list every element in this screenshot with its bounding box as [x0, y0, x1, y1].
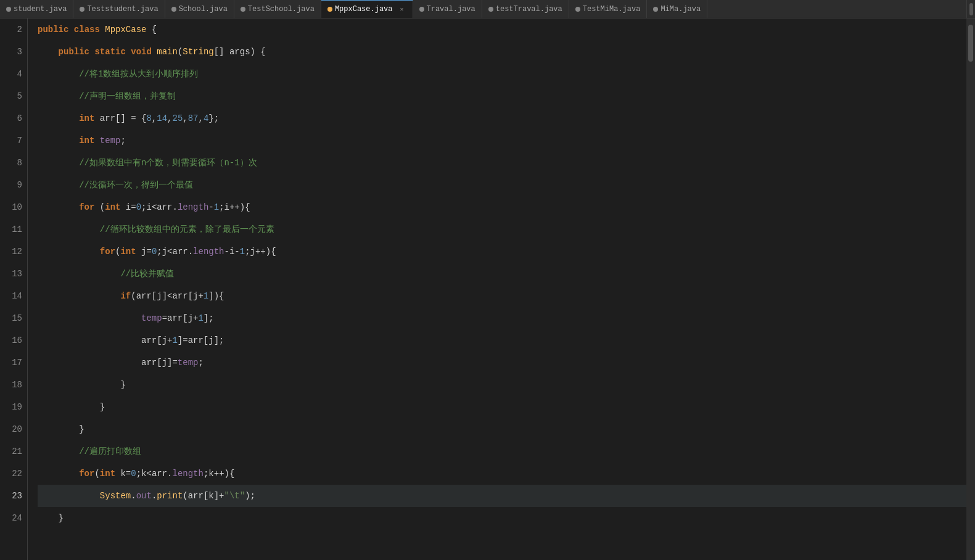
prop-length: length — [178, 202, 208, 212]
indent — [38, 491, 100, 501]
indent — [38, 247, 100, 257]
kw-int5: int — [100, 469, 115, 479]
plain — [68, 25, 73, 35]
tab-scrollbar[interactable] — [966, 0, 975, 19]
plain: ]){ — [208, 291, 224, 301]
code-line-14: if(arr[j]<arr[j+1]){ — [38, 285, 966, 307]
plain: ;i++){ — [219, 202, 250, 212]
code-line-24: } — [38, 507, 966, 529]
indent — [38, 447, 79, 456]
plain — [126, 47, 131, 57]
plain: ;i<arr. — [141, 202, 178, 212]
plain: arr[j]= — [141, 358, 178, 368]
kw-int3: int — [105, 202, 120, 212]
plain: } — [79, 424, 84, 434]
indent — [38, 202, 79, 212]
tab-mima-java[interactable]: MiMa.java — [647, 0, 707, 18]
vertical-scrollbar[interactable] — [966, 19, 975, 560]
tab-icon — [488, 7, 493, 12]
tab-school-java[interactable]: School.java — [165, 0, 234, 18]
line-num-8: 8 — [0, 152, 27, 174]
code-line-7: int temp; — [38, 130, 966, 152]
line-numbers: 2 3● 4 5 6 7 8 9 10 11 12 13 14 15 16 17… — [0, 19, 28, 560]
indent — [38, 69, 79, 79]
kw-for2: for — [100, 247, 115, 257]
tab-label: student.java — [14, 5, 67, 14]
comment-9: //没循环一次，得到一个最值 — [79, 180, 193, 190]
plain: ;k++){ — [204, 469, 234, 479]
code-line-21: //遍历打印数组 — [38, 440, 966, 463]
tab-testmima-java[interactable]: TestMiMa.java — [569, 0, 648, 18]
code-line-9: //没循环一次，得到一个最值 — [38, 174, 966, 196]
line-num-2: 2 — [0, 19, 27, 41]
tab-teststudent-java[interactable]: Teststudent.java — [73, 0, 165, 18]
indent — [38, 424, 79, 434]
line-num-14: 14 — [0, 285, 27, 307]
line-num-10: 10 — [0, 196, 27, 218]
var-temp3: temp — [178, 358, 199, 368]
code-line-23: System.out.print(arr[k]+"\t"); — [38, 485, 966, 507]
classname-system: System — [100, 491, 131, 501]
plain: , — [183, 113, 187, 123]
kw-static: static — [94, 47, 125, 57]
comment-13: //比较并赋值 — [120, 269, 174, 279]
plain — [100, 25, 105, 35]
plain: =arr[j+ — [162, 313, 199, 323]
tab-label: TestSchool.java — [248, 5, 315, 14]
var-temp2: temp — [141, 313, 162, 323]
indent — [38, 180, 79, 190]
indent — [38, 469, 79, 479]
plain: k= — [115, 469, 131, 479]
code-line-17: arr[j]=temp; — [38, 352, 966, 374]
code-line-19: } — [38, 396, 966, 418]
tab-mppxcase-java[interactable]: MppxCase.java ✕ — [321, 0, 413, 18]
tab-close-icon[interactable]: ✕ — [398, 5, 406, 14]
plain: -i- — [224, 247, 240, 257]
plain: ( — [94, 469, 99, 479]
tab-testtraval-java[interactable]: testTraval.java — [482, 0, 569, 18]
num-1b: 1 — [240, 247, 245, 257]
code-line-3: public static void main(String[] args) { — [38, 41, 966, 63]
num-1e: 1 — [172, 336, 177, 345]
tab-traval-java[interactable]: Traval.java — [413, 0, 482, 18]
plain: (arr[j]<arr[j+ — [131, 291, 204, 301]
comment-21: //遍历打印数组 — [79, 447, 141, 456]
comment-4: //将1数组按从大到小顺序排列 — [79, 69, 198, 79]
indent — [38, 313, 141, 323]
plain: ]=arr[j]; — [178, 336, 224, 345]
num-1: 1 — [214, 202, 219, 212]
tab-icon — [241, 7, 245, 12]
code-line-22: for(int k=0;k<arr.length;k++){ — [38, 463, 966, 485]
tab-icon — [171, 7, 176, 12]
code-line-6: int arr[] = {8,14,25,87,4}; — [38, 107, 966, 130]
classname-mppxcase: MppxCase — [105, 25, 146, 35]
plain: ;k<arr. — [136, 469, 173, 479]
line-num-20: 20 — [0, 418, 27, 440]
tab-testschool-java[interactable]: TestSchool.java — [234, 0, 321, 18]
plain: , — [199, 113, 204, 123]
plain: ; — [198, 358, 203, 368]
indent — [38, 136, 79, 146]
tab-student-java[interactable]: student.java — [0, 0, 73, 18]
line-num-18: 18 — [0, 374, 27, 396]
plain: ;j<arr. — [157, 247, 193, 257]
comment-8: //如果数组中有n个数，则需要循环（n-1）次 — [79, 158, 257, 168]
plain: ( — [94, 202, 105, 212]
indent — [38, 113, 79, 123]
tab-bar: student.java Teststudent.java School.jav… — [0, 0, 975, 19]
code-line-13: //比较并赋值 — [38, 263, 966, 285]
tab-label: MiMa.java — [660, 5, 701, 14]
code-line-20: } — [38, 418, 966, 440]
plain: j= — [136, 247, 152, 257]
plain: (arr[k]+ — [183, 491, 224, 501]
kw-for3: for — [79, 469, 94, 479]
indent — [38, 158, 79, 168]
tab-icon — [327, 7, 332, 12]
tab-label: TestMiMa.java — [583, 5, 641, 14]
line-num-5: 5 — [0, 85, 27, 107]
plain: ]; — [204, 313, 214, 323]
num-25: 25 — [172, 113, 183, 123]
indent — [38, 91, 79, 101]
str-tab: "\t" — [224, 491, 245, 501]
comment-11: //循环比较数组中的元素，除了最后一个元素 — [100, 224, 274, 234]
